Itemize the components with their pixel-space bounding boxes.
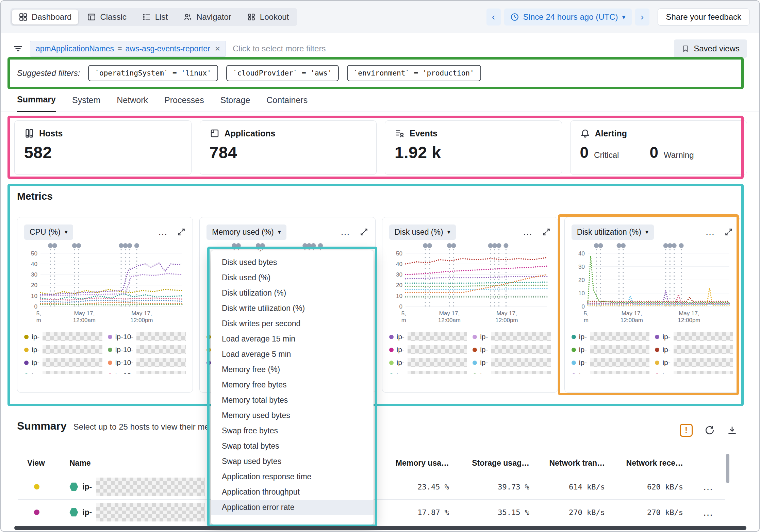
row-actions-button[interactable]: … bbox=[691, 481, 725, 493]
metric-option[interactable]: Disk writes per second bbox=[211, 316, 374, 331]
kpi-card-applications[interactable]: Applications 784 bbox=[200, 120, 377, 175]
legend-item[interactable]: ip- bbox=[572, 332, 650, 342]
legend-item[interactable]: ip- bbox=[389, 358, 467, 368]
legend-item[interactable]: ip- bbox=[655, 332, 733, 342]
column-header-network-tx[interactable]: Network tran… bbox=[538, 459, 613, 468]
legend-item[interactable]: ip- bbox=[655, 370, 733, 374]
metric-option[interactable]: Swap used bytes bbox=[211, 454, 374, 469]
tab-navigator[interactable]: Navigator bbox=[177, 10, 238, 24]
kpi-card-alerting[interactable]: Alerting 0Critical 0Warning bbox=[570, 120, 747, 175]
saved-views-button[interactable]: Saved views bbox=[674, 39, 747, 58]
metric-option[interactable]: Load average 15 min bbox=[211, 331, 374, 347]
metric-option[interactable]: Load average 5 min bbox=[211, 347, 374, 362]
vertical-scrollbar[interactable] bbox=[726, 454, 729, 483]
network-tx-cell: 270 kB/s bbox=[538, 508, 613, 517]
tab-processes[interactable]: Processes bbox=[164, 93, 204, 112]
filter-value: aws-asg-events-reporter bbox=[126, 44, 210, 53]
suggested-filter-env[interactable]: `environment` = 'production' bbox=[347, 65, 481, 81]
metric-option[interactable]: Memory used bytes bbox=[211, 408, 374, 423]
metric-option[interactable]: Disk used (%) bbox=[211, 270, 374, 285]
metric-select-disk-used[interactable]: Disk used (%)▾ bbox=[389, 225, 456, 240]
metric-option[interactable]: Disk free bytes bbox=[211, 250, 374, 255]
legend-item[interactable]: ip- bbox=[473, 358, 551, 368]
legend-label: ip-10- bbox=[115, 333, 134, 341]
metric-option[interactable]: Swap total bytes bbox=[211, 438, 374, 454]
tab-summary[interactable]: Summary bbox=[17, 93, 56, 112]
metric-select-memory[interactable]: Memory used (%)▾ bbox=[206, 225, 286, 240]
legend-item[interactable]: ip- bbox=[655, 358, 733, 368]
suggested-filter-cloud[interactable]: `cloudProvider` = 'aws' bbox=[226, 65, 339, 81]
expand-icon[interactable] bbox=[360, 228, 368, 236]
metric-option[interactable]: Application response time bbox=[211, 469, 374, 484]
tab-network[interactable]: Network bbox=[117, 93, 148, 112]
time-forward-button[interactable]: › bbox=[635, 9, 649, 26]
metric-option[interactable]: Memory total bytes bbox=[211, 393, 374, 408]
legend-item[interactable]: ip- bbox=[389, 370, 467, 374]
legend-dot bbox=[655, 348, 659, 352]
legend-item[interactable]: ip- bbox=[473, 332, 551, 342]
legend-item[interactable]: ip- bbox=[655, 345, 733, 355]
tab-dashboard[interactable]: Dashboard bbox=[12, 10, 78, 24]
metric-select-disk-utilization[interactable]: Disk utilization (%)▾ bbox=[572, 225, 654, 240]
redacted-block bbox=[408, 345, 467, 354]
legend-item[interactable]: ip- bbox=[24, 370, 102, 374]
metric-option[interactable]: Memory free bytes bbox=[211, 377, 374, 393]
alert-icon[interactable]: ! bbox=[680, 424, 693, 437]
summary-subtitle: Select up to 25 hosts to view their me bbox=[73, 422, 209, 432]
tab-storage[interactable]: Storage bbox=[220, 93, 250, 112]
legend-item[interactable]: ip- bbox=[572, 358, 650, 368]
legend-item[interactable]: ip- bbox=[24, 345, 102, 355]
tab-lookout[interactable]: Lookout bbox=[240, 10, 296, 24]
legend-item[interactable]: ip- bbox=[24, 358, 102, 368]
metric-option[interactable]: Swap free bytes bbox=[211, 423, 374, 438]
suggested-filter-os[interactable]: `operatingSystem` = 'linux' bbox=[88, 65, 218, 81]
time-picker[interactable]: Since 24 hours ago (UTC) ▾ bbox=[504, 9, 632, 26]
legend-item[interactable]: ip- bbox=[24, 332, 102, 342]
kpi-row: Hosts 582 Applications 784 Events 1.92 k… bbox=[14, 120, 747, 175]
metric-option[interactable]: Disk used bytes bbox=[211, 255, 374, 270]
column-header-network-rx[interactable]: Network rece… bbox=[613, 459, 691, 468]
legend-item[interactable]: ip- bbox=[473, 345, 551, 355]
feedback-button[interactable]: Share your feedback bbox=[658, 9, 750, 26]
host-name[interactable]: ip- bbox=[82, 508, 92, 517]
legend-item[interactable]: ip-10- bbox=[108, 332, 186, 342]
filter-icon bbox=[13, 44, 23, 54]
column-header-storage[interactable]: Storage usag… bbox=[457, 459, 538, 468]
tab-classic[interactable]: Classic bbox=[80, 10, 133, 24]
kpi-card-hosts[interactable]: Hosts 582 bbox=[14, 120, 192, 175]
tab-list[interactable]: List bbox=[135, 10, 175, 24]
legend-item[interactable]: ip-10- bbox=[108, 345, 186, 355]
metric-option[interactable]: Application error rate bbox=[211, 500, 374, 515]
host-name[interactable]: ip- bbox=[82, 482, 92, 492]
column-header-view[interactable]: View bbox=[18, 459, 56, 468]
metric-option[interactable]: Disk utilization (%) bbox=[211, 285, 374, 301]
legend-item[interactable]: ip-10- bbox=[108, 370, 186, 374]
redacted-block bbox=[136, 345, 186, 354]
metric-option[interactable]: Application throughput bbox=[211, 484, 374, 500]
kpi-card-events[interactable]: Events 1.92 k bbox=[385, 120, 562, 175]
time-back-button[interactable]: ‹ bbox=[486, 9, 501, 26]
legend-item[interactable]: ip- bbox=[389, 332, 467, 342]
tab-containers[interactable]: Containers bbox=[266, 93, 308, 112]
expand-icon[interactable] bbox=[724, 228, 733, 236]
legend-item[interactable]: ip- bbox=[572, 345, 650, 355]
legend-item[interactable]: ip- bbox=[473, 370, 551, 374]
legend-item[interactable]: ip- bbox=[572, 370, 650, 374]
expand-icon[interactable] bbox=[542, 228, 551, 236]
column-header-memory[interactable]: Memory usa… bbox=[393, 459, 457, 468]
tab-system[interactable]: System bbox=[72, 93, 100, 112]
horizontal-scrollbar[interactable] bbox=[14, 526, 746, 530]
download-icon[interactable] bbox=[727, 425, 738, 436]
active-filter-pill[interactable]: apmApplicationNames = aws-asg-events-rep… bbox=[30, 41, 226, 57]
legend-item[interactable]: ip-10- bbox=[108, 358, 186, 368]
filter-search-placeholder[interactable]: Click to select more filters bbox=[233, 44, 326, 53]
metric-select-cpu[interactable]: CPU (%)▾ bbox=[24, 225, 73, 240]
legend-item[interactable]: ip- bbox=[389, 345, 467, 355]
row-actions-button[interactable]: … bbox=[691, 506, 725, 518]
refresh-icon[interactable] bbox=[704, 425, 715, 436]
expand-icon[interactable] bbox=[177, 228, 186, 236]
metric-option[interactable]: Memory free (%) bbox=[211, 362, 374, 377]
remove-filter-icon[interactable]: × bbox=[215, 44, 220, 53]
svg-text:20: 20 bbox=[396, 282, 402, 288]
metric-option[interactable]: Disk write utilization (%) bbox=[211, 301, 374, 316]
